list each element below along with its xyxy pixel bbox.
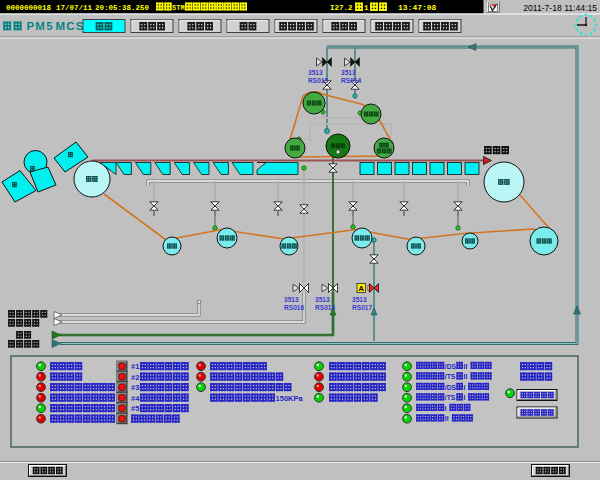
- svg-text:STM: STM: [172, 4, 185, 12]
- svg-text:RS016: RS016: [284, 304, 304, 311]
- svg-text:/DS: /DS: [445, 384, 457, 391]
- svg-text:I: I: [445, 405, 447, 412]
- svg-text:3513: 3513: [315, 296, 330, 303]
- svg-text:17/07/11: 17/07/11: [56, 4, 93, 12]
- svg-text:/TS: /TS: [445, 373, 456, 380]
- svg-text:PM5: PM5: [27, 20, 54, 32]
- svg-text:13:47:08: 13:47:08: [398, 3, 437, 12]
- svg-text:#4: #4: [131, 394, 140, 403]
- svg-text:0000000018: 0000000018: [6, 4, 52, 12]
- svg-text:RS017: RS017: [352, 304, 372, 311]
- svg-text:RS014: RS014: [341, 77, 361, 84]
- svg-text:3513: 3513: [341, 69, 356, 76]
- svg-text:/TS: /TS: [445, 394, 456, 401]
- svg-text:#2: #2: [131, 373, 139, 382]
- svg-text:3513: 3513: [352, 296, 367, 303]
- svg-text:I: I: [464, 394, 466, 401]
- svg-text:II: II: [464, 373, 468, 380]
- svg-text:#5: #5: [131, 404, 139, 413]
- svg-text:2011-7-18 11:44:15: 2011-7-18 11:44:15: [523, 3, 597, 13]
- svg-text:RS013: RS013: [315, 304, 335, 311]
- svg-text:MCS: MCS: [56, 20, 85, 32]
- svg-text:/DS: /DS: [445, 363, 457, 370]
- svg-text:A: A: [358, 284, 364, 293]
- svg-text:3513: 3513: [308, 69, 323, 76]
- svg-text:RS015: RS015: [308, 77, 328, 84]
- svg-text:#1: #1: [131, 362, 139, 371]
- svg-text:I: I: [464, 384, 466, 391]
- svg-text:150KPa: 150KPa: [276, 394, 304, 403]
- svg-text:II: II: [464, 363, 468, 370]
- svg-text:3513: 3513: [284, 296, 299, 303]
- svg-text:I27.2: I27.2: [330, 4, 353, 12]
- svg-text:II: II: [445, 415, 449, 422]
- svg-text:#3: #3: [131, 383, 139, 392]
- svg-text:20:05:38.250: 20:05:38.250: [95, 4, 150, 12]
- svg-text:1: 1: [364, 4, 369, 12]
